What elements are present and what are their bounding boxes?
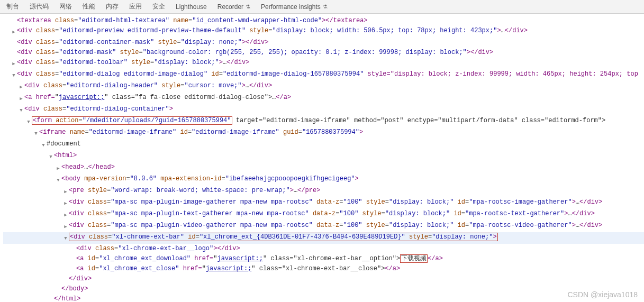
expand-arrow-down-icon[interactable] [25,116,32,127]
no-arrow [70,264,76,266]
dom-node-content[interactable]: <div class="mpa-sc mpa-plugin-image-gath… [69,197,602,207]
flask-icon: ⚗ [246,4,250,10]
dom-tree-row[interactable]: <div class="editormd-dialog-container"> [3,104,644,116]
no-arrow [48,294,54,296]
dom-node-content[interactable]: <a id="xl_chrome_ext_close" href="javasc… [76,264,400,274]
no-arrow [55,284,61,286]
dom-node-content[interactable]: <div class="mpa-sc mpa-plugin-video-gath… [69,221,602,231]
no-arrow [11,48,17,49]
dom-node-content[interactable]: </body> [61,284,88,294]
tab-recorder[interactable]: Recorder⚗ [212,1,256,13]
expand-arrow-down-icon[interactable] [33,127,39,139]
dom-node-content[interactable]: </html> [54,294,80,302]
dom-node-content[interactable]: <div class="editormd-preview editormd-pr… [17,26,528,36]
dom-node-content[interactable]: <div class="editormd-dialog editormd-ima… [17,69,638,79]
dom-tree: <textarea class="editormd-html-textarea"… [0,14,644,302]
dom-node-content[interactable]: <div class="editormd-mask" style="backgr… [17,48,493,58]
dom-tree-row[interactable]: <div class="editormd-preview editormd-pr… [3,26,644,38]
tab-sources[interactable]: 源代码 [24,0,54,13]
no-arrow [11,38,17,39]
dom-node-content[interactable]: <div class="editormd-container-mask" sty… [17,38,268,48]
dom-tree-row[interactable]: <a href="javascript:;" class="fa fa-clos… [3,93,644,104]
expand-arrow-down-icon[interactable] [48,151,54,162]
dom-node-content[interactable]: <body mpa-version="8.0.6" mpa-extension-… [61,174,359,184]
expand-arrow-right-icon[interactable] [62,186,69,197]
dom-tree-row[interactable]: <form action="/mdeditor/uploads/?guid=16… [3,116,644,127]
tab-security[interactable]: 安全 [147,0,170,13]
expand-arrow-down-icon[interactable] [62,232,69,244]
dom-node-content[interactable]: </div> [69,274,92,284]
dom-tree-row[interactable]: </body> [3,284,644,294]
dom-node-content[interactable]: <head>…</head> [61,162,115,172]
tab-insights[interactable]: Performance insights⚗ [256,1,333,13]
expand-arrow-right-icon[interactable] [62,221,69,232]
dom-tree-row[interactable]: <div class="editormd-dialog editormd-ima… [3,69,644,81]
dom-tree-row[interactable]: #document [3,139,644,151]
expand-arrow-right-icon[interactable] [18,81,24,93]
expand-arrow-down-icon[interactable] [11,69,17,81]
dom-node-content[interactable]: <form action="/mdeditor/uploads/?guid=16… [32,116,605,126]
dom-tree-row[interactable]: </html> [3,294,644,302]
dom-node-content[interactable]: <div class="editormd-dialog-header" styl… [24,81,272,91]
flask-icon: ⚗ [323,4,328,10]
dom-tree-row[interactable]: <iframe name="editormd-image-iframe" id=… [3,127,644,139]
devtools-tabs: 制台 源代码 网络 性能 内存 应用 安全 Lighthouse Recorde… [0,0,644,14]
dom-tree-row[interactable]: <pre style="word-wrap: break-word; white… [3,186,644,197]
tab-memory[interactable]: 内存 [101,0,124,13]
expand-arrow-down-icon[interactable] [18,104,24,116]
dom-node-content[interactable]: <textarea class="editormd-html-textarea"… [17,16,368,26]
tab-performance[interactable]: 性能 [77,0,101,13]
expand-arrow-down-icon[interactable] [40,139,47,151]
dom-tree-row[interactable]: <head>…</head> [3,162,644,174]
dom-tree-row[interactable]: <body mpa-version="8.0.6" mpa-extension-… [3,174,644,186]
tab-application[interactable]: 应用 [124,0,147,13]
dom-tree-row[interactable]: <div class="editormd-toolbar" style="dis… [3,58,644,69]
expand-arrow-right-icon[interactable] [18,93,24,104]
dom-node-content[interactable]: <html> [54,151,77,161]
tab-network[interactable]: 网络 [54,0,77,13]
dom-tree-row[interactable]: <div class="mpa-sc mpa-plugin-text-gathe… [3,209,644,221]
dom-tree-row[interactable]: </div> [3,274,644,284]
dom-tree-row[interactable]: <div class="editormd-dialog-header" styl… [3,81,644,93]
no-arrow [62,274,69,276]
dom-tree-row[interactable]: <textarea class="editormd-html-textarea"… [3,16,644,26]
expand-arrow-right-icon[interactable] [62,197,69,209]
dom-node-content[interactable]: #document [47,139,81,149]
dom-node-content[interactable]: <div class="xl-chrome-ext-bar" id="xl_ch… [69,232,498,242]
expand-arrow-down-icon[interactable] [55,174,61,186]
dom-tree-row[interactable]: <div class="xl-chrome-ext-bar__logo"></d… [3,244,644,254]
expand-arrow-right-icon[interactable] [55,162,61,174]
tab-lighthouse[interactable]: Lighthouse [170,1,212,13]
dom-node-content[interactable]: <div class="mpa-sc mpa-plugin-text-gathe… [69,209,595,219]
dom-tree-row[interactable]: <div class="editormd-mask" style="backgr… [3,48,644,58]
dom-node-content[interactable]: <a id="xl_chrome_ext_download" href="jav… [76,254,443,264]
dom-tree-row[interactable]: <html> [3,151,644,162]
dom-tree-row[interactable]: <a id="xl_chrome_ext_close" href="javasc… [3,264,644,274]
expand-arrow-right-icon[interactable] [62,209,69,221]
dom-node-content[interactable]: <div class="editormd-dialog-container"> [24,104,173,114]
dom-tree-row[interactable]: <div class="xl-chrome-ext-bar" id="xl_ch… [3,232,644,244]
expand-arrow-right-icon[interactable] [11,58,17,69]
dom-node-content[interactable]: <div class="editormd-toolbar" style="dis… [17,58,249,68]
dom-tree-row[interactable]: <div class="editormd-container-mask" sty… [3,38,644,48]
dom-node-content[interactable]: <div class="xl-chrome-ext-bar__logo"></d… [76,244,240,254]
no-arrow [11,16,17,17]
no-arrow [70,254,76,255]
dom-tree-row[interactable]: <div class="mpa-sc mpa-plugin-video-gath… [3,221,644,232]
dom-node-content[interactable]: <iframe name="editormd-image-iframe" id=… [39,127,363,138]
no-arrow [70,244,76,245]
dom-tree-row[interactable]: <div class="mpa-sc mpa-plugin-image-gath… [3,197,644,209]
tab-console[interactable]: 制台 [1,0,24,13]
dom-tree-row[interactable]: <a id="xl_chrome_ext_download" href="jav… [3,254,644,264]
expand-arrow-right-icon[interactable] [11,26,17,38]
dom-node-content[interactable]: <a href="javascript:;" class="fa fa-clos… [24,93,291,103]
dom-node-content[interactable]: <pre style="word-wrap: break-word; white… [69,186,320,196]
